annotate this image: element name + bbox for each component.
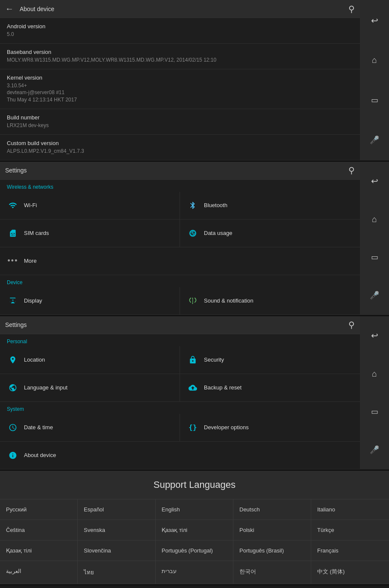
language-grid: РусскийEspañolEnglishDeutschItalianoČešt… <box>0 499 389 584</box>
sim-icon <box>7 227 19 239</box>
datetime-developer-row: Date & time {} Developer options <box>0 414 360 442</box>
about-device-item[interactable]: About device <box>0 442 360 469</box>
more-item[interactable]: ••• More <box>0 247 360 275</box>
mic-nav-icon-2[interactable]: 🎤 <box>367 288 382 303</box>
wifi-bluetooth-row: Wi-Fi Bluetooth <box>0 192 360 220</box>
wireless-section-label: Wireless & networks <box>0 180 360 192</box>
backup-reset-label: Backup & reset <box>204 384 242 391</box>
back-nav-icon-3[interactable]: ↩ <box>367 328 382 343</box>
custom-build-value: ALPS.L0.MP2.V1.9_cm84_V1.7.3 <box>7 148 353 155</box>
settings-personal-panel: Settings ⚲ Personal Location Se <box>0 316 389 471</box>
wifi-icon <box>7 199 19 211</box>
settings-search-icon-1[interactable]: ⚲ <box>348 165 355 175</box>
recent-nav-icon-3[interactable]: ▭ <box>367 404 382 419</box>
kernel-version-title: Kernel version <box>7 74 353 81</box>
sound-notification-label: Sound & notification <box>204 297 253 304</box>
panel1-sidebar: ↩ ⌂ ▭ 🎤 <box>360 0 389 160</box>
datetime-label: Date & time <box>24 424 53 431</box>
svg-point-1 <box>12 299 13 300</box>
about-device-content: ← About device ⚲ Android version 5.0 Bas… <box>0 0 360 160</box>
more-icon: ••• <box>7 255 19 267</box>
language-cell: Қазақ тілі <box>156 520 233 540</box>
settings-topbar-1-title: Settings <box>5 167 348 174</box>
datetime-icon <box>7 422 19 434</box>
language-cell: 中文 (简体) <box>311 561 389 584</box>
panel2-sidebar: ↩ ⌂ ▭ 🎤 <box>360 162 389 315</box>
mic-nav-icon-3[interactable]: 🎤 <box>367 442 382 457</box>
bluetooth-icon <box>187 199 199 211</box>
language-cell: עברית <box>156 561 233 584</box>
settings-wireless-content: Settings ⚲ Wireless & networks Wi-Fi <box>0 162 360 315</box>
more-label: More <box>24 258 37 264</box>
home-nav-icon[interactable]: ⌂ <box>367 53 382 68</box>
kernel-version-item[interactable]: Kernel version 3.10.54+ devteam-j@server… <box>0 69 360 109</box>
location-label: Location <box>24 356 45 363</box>
recent-nav-icon-2[interactable]: ▭ <box>367 249 382 265</box>
bluetooth-item[interactable]: Bluetooth <box>180 192 360 220</box>
language-cell: English <box>156 499 233 520</box>
language-cell: Italiano <box>311 499 389 520</box>
language-cell: Čeština <box>0 520 78 540</box>
recent-nav-icon[interactable]: ▭ <box>367 92 382 108</box>
settings-personal-content: Settings ⚲ Personal Location Se <box>0 316 360 469</box>
backup-icon <box>187 382 199 394</box>
language-input-label: Language & input <box>24 384 68 391</box>
sim-cards-item[interactable]: SIM cards <box>0 220 180 247</box>
data-usage-icon <box>187 227 199 239</box>
baseband-version-title: Baseband version <box>7 49 353 55</box>
sim-cards-label: SIM cards <box>24 230 49 236</box>
about-topbar-title: About device <box>20 6 348 12</box>
about-device-icon <box>7 449 19 461</box>
custom-build-title: Custom build version <box>7 140 353 146</box>
about-device-panel: ← About device ⚲ Android version 5.0 Bas… <box>0 0 389 162</box>
data-usage-item[interactable]: Data usage <box>180 220 360 247</box>
support-languages-header: Support Languages <box>0 471 389 499</box>
language-cell: Français <box>311 540 389 561</box>
datetime-item[interactable]: Date & time <box>0 414 180 442</box>
home-nav-icon-2[interactable]: ⌂ <box>367 211 382 227</box>
search-icon[interactable]: ⚲ <box>348 4 355 14</box>
developer-icon: {} <box>187 422 199 434</box>
backup-reset-item[interactable]: Backup & reset <box>180 374 360 402</box>
developer-options-item[interactable]: {} Developer options <box>180 414 360 442</box>
security-icon <box>187 354 199 366</box>
kernel-version-value: 3.10.54+ devteam-j@server08 #11 Thu May … <box>7 82 353 104</box>
settings-search-icon-2[interactable]: ⚲ <box>348 320 355 330</box>
language-cell: Svenska <box>78 520 156 540</box>
language-cell: Deutsch <box>233 499 311 520</box>
language-cell: Slovenčina <box>78 540 156 561</box>
language-icon <box>7 382 19 394</box>
location-item[interactable]: Location <box>0 346 180 374</box>
settings-topbar-2-title: Settings <box>5 321 348 328</box>
back-nav-icon[interactable]: ↩ <box>367 13 382 28</box>
display-item[interactable]: Display <box>0 287 180 315</box>
custom-build-item[interactable]: Custom build version ALPS.L0.MP2.V1.9_cm… <box>0 135 360 160</box>
build-number-title: Build number <box>7 114 353 121</box>
language-cell: Português (Brasil) <box>233 540 311 561</box>
language-input-item[interactable]: Language & input <box>0 374 180 402</box>
personal-section-label: Personal <box>0 334 360 346</box>
language-cell: 한국어 <box>233 561 311 584</box>
sound-icon <box>187 295 199 307</box>
language-cell: العربية <box>0 561 78 584</box>
back-button[interactable]: ← <box>5 4 14 14</box>
system-section-label: System <box>0 402 360 414</box>
about-topbar: ← About device ⚲ <box>0 0 360 18</box>
language-cell: Қазақ тілі <box>0 540 78 561</box>
security-label: Security <box>204 356 224 363</box>
settings-wireless-panel: Settings ⚲ Wireless & networks Wi-Fi <box>0 162 389 316</box>
back-nav-icon-2[interactable]: ↩ <box>367 173 382 189</box>
android-version-title: Android version <box>7 23 353 30</box>
android-version-item[interactable]: Android version 5.0 <box>0 18 360 44</box>
language-cell: ไทย <box>78 561 156 584</box>
home-nav-icon-3[interactable]: ⌂ <box>367 366 382 381</box>
baseband-version-item[interactable]: Baseband version MOLY.WR8.W1315.MD.WG.MP… <box>0 44 360 69</box>
wifi-label: Wi-Fi <box>24 202 37 208</box>
build-number-value: LRX21M dev-keys <box>7 122 353 129</box>
bluetooth-label: Bluetooth <box>204 202 227 208</box>
mic-nav-icon[interactable]: 🎤 <box>367 132 382 148</box>
security-item[interactable]: Security <box>180 346 360 374</box>
build-number-item[interactable]: Build number LRX21M dev-keys <box>0 109 360 135</box>
sound-notification-item[interactable]: Sound & notification <box>180 287 360 315</box>
wifi-item[interactable]: Wi-Fi <box>0 192 180 220</box>
